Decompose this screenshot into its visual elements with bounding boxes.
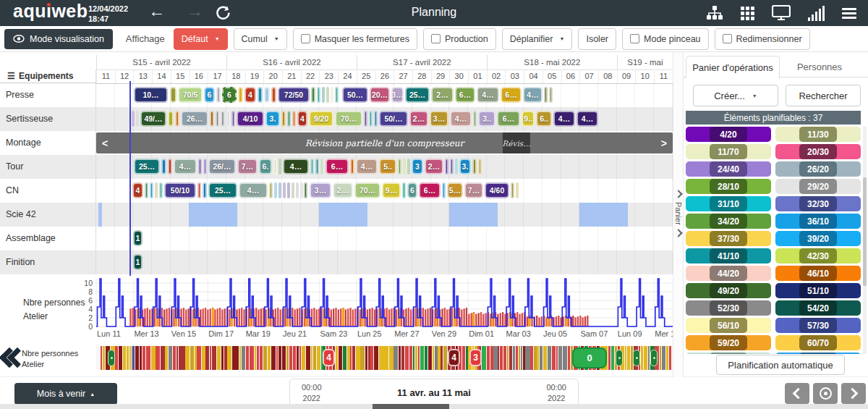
masquer-fermetures-toggle[interactable]: Masquer les fermetures	[293, 28, 417, 50]
operation-bar[interactable]	[264, 87, 270, 103]
chip-list-scrollbar[interactable]	[863, 127, 867, 354]
operation-bar[interactable]	[317, 87, 320, 103]
operation-bar[interactable]: 7…	[464, 182, 483, 198]
operation-bar[interactable]	[544, 87, 548, 103]
operation-bar[interactable]: 6…	[455, 87, 475, 103]
operation-bar[interactable]	[273, 159, 277, 174]
operation-bar[interactable]: 26…	[181, 111, 208, 127]
operation-bar[interactable]: 4…	[576, 111, 598, 127]
search-button[interactable]: Rechercher	[786, 85, 861, 106]
operation-bar[interactable]	[197, 182, 201, 198]
operation-bar[interactable]: 9..	[522, 111, 535, 127]
operation-bar[interactable]	[335, 87, 339, 103]
cumul-dropdown[interactable]: Cumul▼	[234, 28, 287, 50]
checkbox-icon[interactable]	[301, 34, 310, 43]
next-period-button[interactable]	[841, 383, 866, 404]
operation-bar[interactable]: 4…	[553, 111, 575, 127]
operation-bar[interactable]: 70…	[354, 182, 380, 198]
operation-bar[interactable]	[145, 182, 148, 198]
operation-bar[interactable]	[402, 182, 406, 198]
operation-chip-54-20[interactable]: 54/20	[775, 300, 861, 316]
operation-bar[interactable]: 5..	[379, 159, 396, 174]
operation-bar[interactable]: 25…	[405, 87, 430, 103]
operation-chip-39-20[interactable]: 39/20	[775, 231, 861, 246]
operation-bar[interactable]	[304, 182, 307, 198]
signal-icon[interactable]	[808, 6, 825, 21]
operation-bar[interactable]: 50/…	[379, 111, 408, 127]
operation-bar[interactable]	[455, 159, 458, 174]
operation-chip-51-10[interactable]: 51/10	[775, 283, 861, 298]
today-button[interactable]	[813, 383, 838, 404]
operation-bar[interactable]	[175, 111, 179, 127]
operation-bar[interactable]: 72/50	[278, 87, 310, 103]
maintenance-range-bar[interactable]: <Révision partielle d'un compresseur>Rév…	[96, 132, 673, 153]
operation-bar[interactable]	[473, 111, 477, 127]
operation-bar[interactable]	[398, 159, 401, 174]
operation-bar[interactable]	[320, 159, 323, 174]
operation-bar[interactable]	[322, 87, 325, 103]
operation-bar[interactable]	[226, 111, 230, 127]
operation-bar[interactable]	[310, 159, 314, 174]
operation-bar[interactable]	[369, 111, 373, 127]
operation-chip-49-20[interactable]: 49/20	[686, 283, 771, 298]
period-selector-button[interactable]: Mois à venir▲	[14, 383, 117, 405]
operation-bar[interactable]: 50…	[342, 87, 368, 103]
operation-bar[interactable]	[150, 182, 153, 198]
operation-bar[interactable]: 3.	[459, 159, 471, 174]
operation-chip-52-30[interactable]: 52/30	[686, 300, 771, 316]
operation-bar[interactable]	[281, 111, 286, 127]
operation-bar[interactable]: 2…	[409, 111, 428, 127]
panier-side-toggle[interactable]: Panier	[673, 52, 684, 377]
operation-chip-29-20[interactable]: 29/20	[775, 179, 861, 194]
operation-bar[interactable]: 4	[132, 182, 143, 198]
operation-bar[interactable]: 6	[407, 182, 417, 198]
operation-bar[interactable]: 4/10	[237, 111, 264, 127]
operation-bar[interactable]: 70/5	[178, 87, 203, 103]
redimensionner-toggle[interactable]: Redimensionner	[715, 28, 810, 50]
scrollbar-thumb[interactable]	[863, 177, 867, 286]
operation-bar[interactable]	[136, 111, 139, 127]
collapse-left-icon[interactable]	[0, 347, 25, 369]
mode-visualisation-button[interactable]: Mode visualisation	[4, 29, 113, 49]
operation-bar[interactable]: 3..	[478, 111, 495, 127]
operation-bar[interactable]: 9/20	[309, 111, 333, 127]
operation-bar[interactable]	[374, 111, 378, 127]
operation-chip-32-30[interactable]: 32/30	[775, 196, 861, 211]
operation-bar[interactable]	[258, 87, 263, 103]
operation-bar[interactable]	[278, 182, 281, 198]
operation-bar[interactable]	[155, 182, 158, 198]
operation-bar[interactable]	[331, 87, 333, 103]
operation-bar[interactable]	[511, 182, 514, 198]
operation-chip-59-20[interactable]: 59/20	[686, 335, 771, 350]
operation-bar[interactable]	[315, 159, 319, 174]
operation-chip-34-20[interactable]: 34/20	[686, 214, 771, 229]
operation-bar[interactable]	[326, 87, 329, 103]
range-sub-block[interactable]: Révis…	[503, 132, 530, 153]
operation-bar[interactable]	[198, 159, 202, 174]
operation-bar[interactable]	[403, 159, 406, 174]
deplanifier-dropdown[interactable]: Déplanifier▼	[502, 28, 573, 50]
operation-bar[interactable]	[271, 87, 276, 103]
operation-bar[interactable]	[549, 87, 553, 103]
range-left-arrow-icon[interactable]: <	[96, 138, 114, 149]
operation-bar[interactable]	[287, 111, 291, 127]
operation-bar[interactable]	[445, 159, 448, 174]
operation-bar[interactable]: 4…	[450, 111, 472, 127]
operation-bar[interactable]	[516, 182, 519, 198]
operation-bar[interactable]: 7…	[237, 159, 258, 174]
checkbox-icon[interactable]	[630, 34, 639, 43]
operation-chip-46-10[interactable]: 46/10	[775, 266, 861, 281]
operation-chip-4-20[interactable]: 4/20	[686, 127, 771, 142]
operation-bar[interactable]: 50/10	[164, 182, 196, 198]
operation-bar[interactable]	[311, 87, 315, 103]
operation-chip-62-20[interactable]: 62/20	[686, 353, 771, 354]
operation-bar[interactable]: 6…	[497, 111, 520, 127]
operation-bar[interactable]: 9…	[382, 182, 401, 198]
operation-bar[interactable]	[283, 182, 286, 198]
operation-bar[interactable]	[159, 182, 163, 198]
operation-bar[interactable]: 6.	[259, 159, 272, 174]
tab-panier-operations[interactable]: Panier d'opérations	[686, 56, 780, 79]
operation-bar[interactable]	[292, 182, 294, 198]
operation-bar[interactable]: 1	[133, 230, 142, 246]
operation-bar[interactable]	[168, 111, 174, 127]
